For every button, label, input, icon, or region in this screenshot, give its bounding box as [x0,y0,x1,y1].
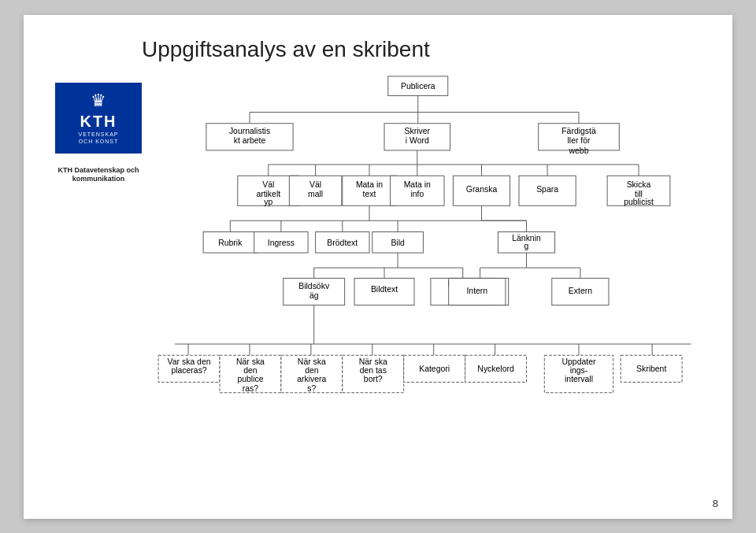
node-val-artikelt: Väl [262,180,274,188]
svg-text:artikelt: artikelt [256,189,280,198]
crown-icon: ♛ [78,91,118,111]
node-lankning: Länknin [512,233,541,242]
page-title: Uppgiftsanalys av en skribent [142,37,709,62]
svg-text:ras?: ras? [243,383,258,392]
node-mata-in-text: Mata in [356,180,383,188]
svg-text:g: g [524,242,529,250]
node-nar-publiceras: När ska [236,357,265,365]
node-skriver: Skriver [405,127,431,135]
node-mata-in-info: Mata in [404,180,431,188]
node-nar-arkiveras: När ska [298,357,326,365]
node-publicera: Publicera [401,82,435,91]
node-skribent: Skribent [636,365,666,373]
svg-text:ings-: ings- [570,366,588,375]
svg-text:placeras?: placeras? [171,366,206,375]
svg-text:publice: publice [237,375,263,383]
svg-text:s?: s? [307,383,316,392]
node-uppdater: Uppdater [562,357,596,365]
node-skicka: Skicka [627,180,651,188]
kth-logo: ♛ KTH VETENSKAPOCH KONST [55,83,142,154]
node-spara: Spara [536,185,558,194]
svg-text:bort?: bort? [364,375,383,383]
node-nar-tas-bort: När ska [359,357,387,365]
svg-text:arkivera: arkivera [297,375,326,383]
node-extern: Extern [569,287,592,295]
diagram-area: Publicera Journalistis kt arbete Skriver… [150,75,709,494]
node-bild: Bild [391,238,405,246]
svg-text:intervall: intervall [565,375,593,383]
kth-sub: VETENSKAPOCH KONST [78,131,118,145]
node-fardigstaller: Färdigstä [561,127,596,135]
node-brodtext: Brödtext [327,238,358,246]
svg-text:ller för: ller för [568,136,591,145]
kth-text: KTH [78,113,118,131]
node-journalistiskt: Journalistis [229,127,270,135]
svg-text:den: den [243,366,258,375]
svg-text:publicist: publicist [624,198,654,206]
svg-text:äg: äg [309,291,319,300]
sidebar: ♛ KTH VETENSKAPOCH KONST KTH Datavetensk… [47,75,150,494]
node-intern: Intern [466,287,487,295]
svg-text:den tas: den tas [360,366,387,375]
node-nyckelord: Nyckelord [477,365,514,373]
main-content: ♛ KTH VETENSKAPOCH KONST KTH Datavetensk… [47,75,709,494]
svg-text:mall: mall [308,189,323,198]
node-val-mall: Väl [309,180,321,188]
slide: Uppgiftsanalys av en skribent ♛ KTH VETE… [24,15,732,519]
svg-text:webb: webb [569,146,589,154]
node-bildtext: Bildtext [371,285,398,294]
diagram-svg: Publicera Journalistis kt arbete Skriver… [150,75,709,494]
node-kategori: Kategori [419,365,450,373]
node-rubrik: Rubrik [218,238,243,246]
kth-dept: KTH Datavetenskap och kommunikation [47,166,150,184]
svg-text:text: text [363,189,376,198]
svg-text:info: info [410,189,424,198]
svg-text:kt arbete: kt arbete [234,136,266,145]
svg-text:den: den [305,366,319,375]
node-ingress: Ingress [268,238,295,246]
node-var-ska: Var ska den [168,357,211,365]
node-bildsokv: Bildsökv [298,281,330,290]
svg-text:i Word: i Word [406,136,429,145]
svg-text:yp: yp [264,198,272,206]
svg-text:till: till [635,189,643,198]
page-number: 8 [713,498,718,509]
node-granska: Granska [466,185,498,194]
